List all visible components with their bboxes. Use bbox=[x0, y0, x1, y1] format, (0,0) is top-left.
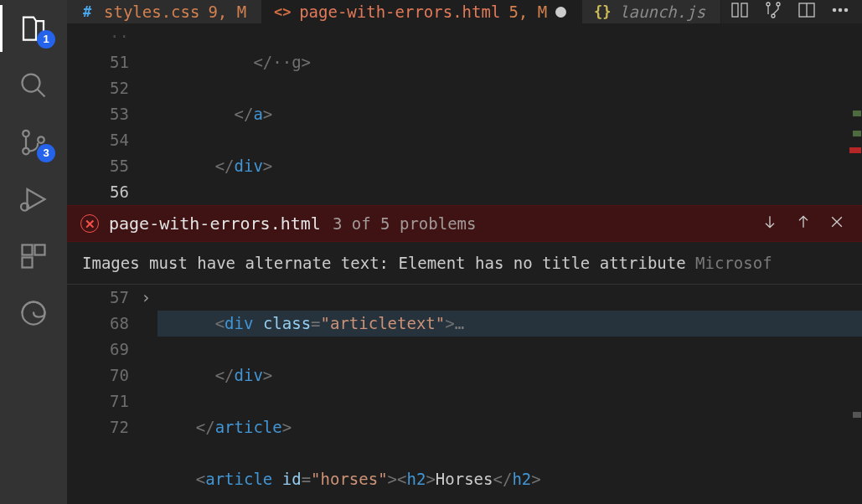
tab-label: page-with-errors.html bbox=[299, 3, 500, 21]
split-editor-icon[interactable] bbox=[797, 0, 817, 23]
editor[interactable]: ··515253545556 </··g> </a> </div> </arti… bbox=[67, 23, 862, 504]
compare-icon[interactable] bbox=[730, 0, 750, 23]
tab-label: launch.js bbox=[619, 3, 705, 21]
diff-icon[interactable] bbox=[763, 0, 783, 23]
search-icon[interactable] bbox=[17, 69, 50, 102]
tab-page-with-errors[interactable]: <> page-with-errors.html 5, M bbox=[262, 0, 582, 23]
more-icon[interactable] bbox=[830, 0, 850, 23]
tab-marker: 9, M bbox=[208, 3, 246, 21]
explorer-icon[interactable]: 1 bbox=[17, 12, 50, 45]
problems-count: 3 of 5 problems bbox=[333, 214, 477, 233]
svg-point-13 bbox=[772, 14, 775, 18]
code-area[interactable]: </··g> </a> </div> </article> <article i… bbox=[157, 23, 862, 205]
explorer-badge: 1 bbox=[37, 30, 55, 49]
tab-bar: # styles.css 9, M <> page-with-errors.ht… bbox=[67, 0, 862, 23]
extensions-icon[interactable] bbox=[17, 239, 50, 273]
hash-icon: # bbox=[79, 3, 95, 20]
svg-point-16 bbox=[839, 8, 841, 11]
overview-ruler[interactable] bbox=[849, 99, 862, 434]
fold-chevron-icon[interactable]: › bbox=[142, 285, 151, 311]
svg-rect-6 bbox=[35, 245, 45, 255]
editor-main: # styles.css 9, M <> page-with-errors.ht… bbox=[67, 0, 862, 504]
tab-styles-css[interactable]: # styles.css 9, M bbox=[67, 0, 262, 23]
html-icon: <> bbox=[274, 3, 291, 20]
tab-label: styles.css bbox=[104, 3, 199, 21]
svg-rect-9 bbox=[732, 3, 738, 17]
line-number-gutter: ··515253545556 bbox=[67, 23, 157, 205]
problems-header: ✕ page-with-errors.html 3 of 5 problems bbox=[67, 205, 862, 242]
svg-point-15 bbox=[833, 8, 835, 11]
tab-marker: 5, M bbox=[508, 3, 547, 21]
dirty-indicator-icon bbox=[555, 7, 566, 18]
svg-point-1 bbox=[23, 131, 29, 137]
line-number-gutter: 57›6869707172 bbox=[67, 285, 157, 504]
run-debug-icon[interactable] bbox=[17, 183, 50, 216]
tab-actions bbox=[730, 0, 862, 23]
svg-point-0 bbox=[23, 75, 40, 92]
activity-bar: 1 3 bbox=[0, 0, 67, 504]
svg-point-2 bbox=[23, 148, 29, 155]
tab-launch-js[interactable]: {} launch.js bbox=[582, 0, 721, 23]
edge-tools-icon[interactable] bbox=[17, 296, 50, 330]
prev-problem-button[interactable] bbox=[795, 213, 812, 234]
next-problem-button[interactable] bbox=[761, 213, 778, 234]
scm-badge: 3 bbox=[37, 144, 55, 162]
problem-message: Images must have alternate text: Element… bbox=[67, 242, 862, 285]
svg-point-3 bbox=[38, 136, 44, 143]
svg-rect-7 bbox=[23, 258, 33, 268]
svg-point-11 bbox=[767, 3, 770, 6]
close-button[interactable] bbox=[828, 213, 845, 234]
braces-icon: {} bbox=[594, 3, 611, 20]
error-icon: ✕ bbox=[80, 214, 99, 233]
code-area[interactable]: <div class="articletext">… </div> </arti… bbox=[157, 285, 862, 504]
source-control-icon[interactable]: 3 bbox=[17, 126, 50, 159]
problems-filename: page-with-errors.html bbox=[109, 213, 321, 234]
svg-point-12 bbox=[777, 3, 780, 6]
svg-rect-10 bbox=[741, 3, 747, 17]
svg-point-17 bbox=[844, 8, 847, 11]
svg-rect-5 bbox=[23, 245, 33, 255]
